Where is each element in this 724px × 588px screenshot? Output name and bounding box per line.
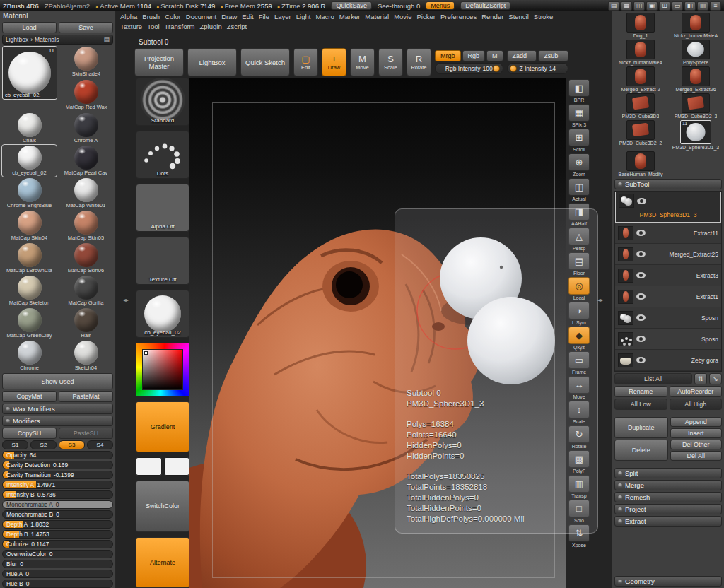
visibility-eye-icon[interactable] bbox=[636, 272, 646, 278]
menu-item[interactable]: Movie bbox=[394, 13, 411, 20]
geometry-header[interactable]: Geometry bbox=[614, 576, 722, 587]
menus-button[interactable]: Menus bbox=[426, 1, 455, 10]
titlebar-tool-icon[interactable]: ▥ bbox=[697, 1, 708, 11]
tool-item[interactable]: BaseHuman_Modify bbox=[614, 151, 667, 177]
left-tray-divider[interactable]: ◂▸ bbox=[123, 297, 129, 303]
current-material-large[interactable]: 11 cb_eyeball_02. bbox=[2, 46, 57, 100]
titlebar-tool-icon[interactable]: ≡ bbox=[710, 1, 721, 11]
titlebar-tool-icon[interactable]: ▦ bbox=[621, 1, 632, 11]
edit-mode-button[interactable]: ▢ Edit bbox=[293, 48, 318, 76]
current-alpha[interactable]: Alpha Off bbox=[136, 184, 189, 232]
subtool-thumbnail[interactable] bbox=[618, 332, 634, 346]
shelf-button[interactable]: ▦ SPix 3 bbox=[566, 104, 592, 128]
wax-slider[interactable]: Blur0 bbox=[2, 560, 113, 568]
copymat-button[interactable]: CopyMat bbox=[2, 391, 57, 402]
rgb-button[interactable]: Rgb bbox=[462, 50, 486, 61]
section-header[interactable]: Remesh bbox=[614, 492, 722, 502]
material-item[interactable]: MatCap White01 bbox=[59, 177, 113, 209]
sh-slot-button[interactable]: S4 bbox=[87, 440, 113, 449]
subtool-thumbnail[interactable] bbox=[618, 226, 634, 240]
scale-mode-button[interactable]: S Scale bbox=[378, 48, 403, 76]
subtool-item[interactable]: Extract1 bbox=[615, 286, 721, 307]
material-item[interactable]: Sketch04 bbox=[59, 340, 113, 372]
material-item[interactable]: cb_eyeball_02 bbox=[2, 145, 57, 177]
material-item[interactable]: SkinShade4 bbox=[71, 46, 101, 78]
visibility-eye-icon[interactable] bbox=[636, 357, 646, 363]
material-item[interactable]: MatCap LBrownCla bbox=[2, 242, 57, 274]
subtool-thumbnail[interactable] bbox=[618, 311, 634, 325]
del-all-button[interactable]: Del All bbox=[670, 451, 723, 461]
visibility-eye-icon[interactable] bbox=[637, 198, 646, 204]
tool-item[interactable]: Dog_1 bbox=[614, 13, 667, 39]
tool-item[interactable]: PM3D_Cube3D2_3 bbox=[670, 93, 722, 119]
material-item[interactable]: MatCap Pearl Cav bbox=[59, 145, 113, 177]
current-material-thumb[interactable]: cb_eyeball_02 bbox=[136, 290, 189, 338]
del-other-button[interactable]: Del Other bbox=[670, 440, 723, 449]
menu-item[interactable]: Zscript bbox=[227, 23, 247, 30]
duplicate-button[interactable]: Duplicate bbox=[614, 417, 668, 438]
tool-item[interactable]: Nickz_humanMaleA bbox=[614, 40, 667, 66]
rgb-intensity-slider[interactable]: Rgb Intensity100 bbox=[435, 63, 503, 74]
see-through-slider[interactable]: See-through 0 bbox=[378, 2, 420, 10]
move-down-button[interactable]: ↘ bbox=[709, 373, 722, 384]
quicksave-button[interactable]: QuickSave bbox=[331, 1, 372, 10]
menu-item[interactable]: Material bbox=[365, 13, 389, 20]
menu-item[interactable]: Document bbox=[186, 13, 216, 20]
color-picker[interactable] bbox=[136, 343, 189, 396]
shelf-button[interactable]: ◧ BPR bbox=[566, 79, 592, 103]
move-mode-button[interactable]: M Move bbox=[350, 48, 375, 76]
titlebar-tool-icon[interactable]: ▣ bbox=[646, 1, 658, 11]
slider-knob[interactable] bbox=[510, 65, 517, 72]
wax-slider[interactable]: OverwriteColor0 bbox=[2, 550, 113, 558]
all-high-button[interactable]: All High bbox=[670, 399, 723, 410]
visibility-eye-icon[interactable] bbox=[636, 251, 646, 257]
zadd-button[interactable]: Zadd bbox=[507, 50, 537, 61]
menu-item[interactable]: Preferences bbox=[440, 13, 477, 20]
z-intensity-slider[interactable]: Z Intensity14 bbox=[507, 63, 568, 74]
subtool-thumbnail[interactable] bbox=[618, 247, 634, 261]
insert-button[interactable]: Insert bbox=[670, 428, 723, 438]
wax-modifiers-header[interactable]: Wax Modifiers bbox=[2, 404, 113, 414]
default-zscript-button[interactable]: DefaultZScript bbox=[460, 1, 510, 10]
menu-item[interactable]: Edit bbox=[242, 13, 253, 20]
subtool-item[interactable]: Sposn bbox=[615, 329, 721, 350]
material-item[interactable]: MatCap GreenClay bbox=[2, 307, 57, 339]
menu-item[interactable]: Transform bbox=[165, 23, 195, 30]
material-item[interactable]: MatCap Skin06 bbox=[59, 242, 113, 274]
tool-item[interactable]: PolySphere bbox=[670, 40, 722, 66]
current-texture[interactable]: Texture Off bbox=[136, 237, 189, 285]
subtool-thumbnail[interactable] bbox=[618, 269, 634, 283]
tool-item[interactable]: Merged_Extract 2 bbox=[614, 66, 667, 93]
shelf-button[interactable]: ◫ Actual bbox=[566, 178, 592, 202]
tool-item[interactable]: Nickz_humanMaleA bbox=[670, 13, 722, 39]
material-item[interactable]: MatCap Skin05 bbox=[59, 210, 113, 242]
pastesh-button[interactable]: PasteSH bbox=[59, 428, 113, 439]
main-color-swatch[interactable] bbox=[136, 457, 162, 476]
switchcolor-button[interactable]: SwitchColor bbox=[136, 481, 189, 531]
material-item[interactable]: MatCap Skin04 bbox=[2, 210, 57, 242]
menu-item[interactable]: Macro bbox=[315, 13, 334, 20]
menu-item[interactable]: Texture bbox=[120, 23, 142, 30]
menu-item[interactable]: Light bbox=[296, 13, 311, 20]
secondary-color-swatch[interactable] bbox=[164, 457, 190, 476]
quick-sketch-button[interactable]: Quick Sketch bbox=[240, 48, 290, 76]
save-material-button[interactable]: Save bbox=[59, 22, 113, 33]
tool-item[interactable]: PM3D_Cube3D3 bbox=[614, 93, 667, 119]
lightbox-button[interactable]: LightBox bbox=[187, 48, 237, 76]
saturation-value-square[interactable] bbox=[142, 349, 183, 390]
sh-slot-button[interactable]: S3 bbox=[59, 440, 85, 449]
gradient-button[interactable]: Gradient bbox=[136, 401, 189, 452]
titlebar-tool-icon[interactable]: ⊞ bbox=[659, 1, 670, 11]
material-item[interactable]: Chalk bbox=[2, 112, 57, 144]
m-button[interactable]: M bbox=[486, 50, 503, 61]
subtool-item[interactable]: Sposn bbox=[615, 307, 721, 329]
current-stroke[interactable]: Dots bbox=[136, 131, 189, 179]
subtool-item[interactable]: Extract11 bbox=[615, 223, 721, 244]
draw-mode-button[interactable]: + Draw bbox=[322, 48, 346, 76]
autoreorder-button[interactable]: AutoReorder bbox=[670, 386, 723, 397]
titlebar-tool-icon[interactable]: ◫ bbox=[634, 1, 645, 11]
menu-item[interactable]: Picker bbox=[417, 13, 436, 20]
append-button[interactable]: Append bbox=[670, 417, 723, 427]
menu-item[interactable]: Alpha bbox=[120, 13, 137, 20]
projection-master-button[interactable]: Projection Master bbox=[134, 48, 184, 76]
